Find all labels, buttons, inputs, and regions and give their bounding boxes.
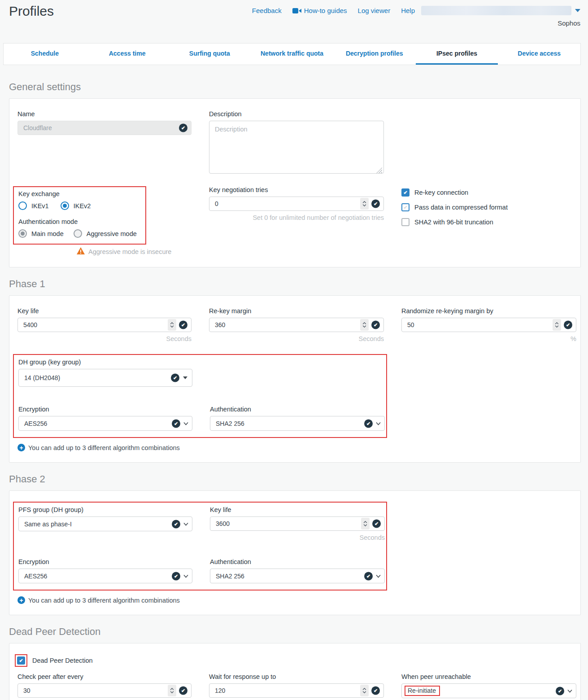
ikev1-label: IKEv1 (31, 202, 49, 210)
p1-dh-group-label: DH group (key group) (18, 359, 382, 366)
valid-check-icon: ✔ (364, 419, 373, 428)
valid-check-icon: ✔ (556, 687, 564, 695)
p1-rekey-margin-unit: Seconds (209, 335, 384, 342)
tab-device-access[interactable]: Device access (498, 44, 580, 65)
valid-check-icon: ✔ (372, 520, 381, 528)
valid-check-icon: ✔ (172, 572, 180, 580)
help-link[interactable]: Help (401, 7, 415, 14)
phase1-heading: Phase 1 (9, 278, 588, 290)
phase2-algorithms-annotation-box: PFS group (DH group) Same as phase-I ✔ K… (13, 502, 387, 591)
header-right: Feedback How-to guides Log viewer Help S… (252, 6, 580, 27)
ikev2-radio[interactable] (61, 201, 69, 210)
p1-dh-group-select[interactable]: 14 (DH2048) ✔ (18, 369, 192, 387)
chevron-down-icon (567, 689, 572, 693)
rekey-connection-checkbox[interactable]: ✔ (401, 188, 409, 197)
stepper-control[interactable] (361, 518, 370, 529)
stepper-control[interactable] (360, 685, 369, 696)
sha2-truncation-checkbox[interactable]: ✔ (401, 218, 409, 226)
dpd-heading: Dead Peer Detection (9, 626, 588, 638)
key-exchange-label: Key exchange (18, 190, 141, 197)
chevron-down-icon (376, 422, 381, 425)
stepper-control[interactable] (168, 685, 176, 696)
dpd-enable-label: Dead Peer Detection (32, 657, 93, 664)
reinitiate-annotation-box: Re-initiate (405, 686, 440, 696)
p2-authentication-label: Authentication (210, 558, 385, 565)
p2-key-life-input[interactable] (210, 516, 385, 531)
dpd-check-peer-input[interactable] (17, 683, 192, 698)
valid-check-icon: ✔ (364, 572, 373, 580)
p1-randomize-input[interactable] (401, 318, 576, 332)
p2-authentication-select[interactable]: SHA2 256 ✔ (210, 569, 385, 583)
tab-network-traffic-quota[interactable]: Network traffic quota (251, 44, 333, 65)
aggressive-mode-label: Aggressive mode (87, 230, 137, 237)
video-icon (292, 8, 301, 14)
key-negotiation-input[interactable] (209, 197, 384, 211)
feedback-link[interactable]: Feedback (252, 7, 282, 14)
valid-check-icon: ✔ (179, 321, 187, 329)
p2-encryption-select[interactable]: AES256 ✔ (18, 569, 192, 583)
general-settings-panel: Name ✔ Description Key exchange IKEv1 (9, 98, 581, 267)
dpd-wait-response-input[interactable] (209, 683, 384, 698)
key-negotiation-label: Key negotiation tries (209, 186, 384, 193)
stepper-control[interactable] (553, 319, 561, 331)
tab-decryption-profiles[interactable]: Decryption profiles (333, 44, 416, 65)
tab-surfing-quota[interactable]: Surfing quota (168, 44, 251, 65)
p1-authentication-select[interactable]: SHA2 256 ✔ (210, 416, 385, 431)
profiles-tabbar: Schedule Access time Surfing quota Netwo… (3, 43, 581, 65)
dpd-check-peer-label: Check peer after every (17, 673, 192, 680)
description-textarea[interactable] (209, 121, 384, 174)
p1-rekey-margin-input[interactable] (209, 318, 384, 332)
valid-check-icon: ✔ (171, 374, 179, 382)
phase1-panel: Key life ✔ Seconds Re-key margin ✔ (9, 295, 581, 463)
howto-guides-link[interactable]: How-to guides (292, 7, 347, 14)
valid-check-icon: ✔ (371, 687, 380, 695)
compressed-format-checkbox[interactable]: ✔ (401, 203, 409, 211)
aggressive-warning-text: Aggressive mode is insecure (88, 248, 171, 255)
p1-randomize-label: Randomize re-keying margin by (401, 307, 576, 315)
dpd-when-unreachable-select[interactable]: Re-initiate ✔ (401, 683, 576, 698)
phase2-panel: PFS group (DH group) Same as phase-I ✔ K… (9, 490, 581, 615)
main-mode-radio[interactable] (18, 229, 27, 238)
description-label: Description (209, 110, 384, 118)
chevron-down-icon (183, 574, 188, 578)
user-menu[interactable] (421, 6, 571, 15)
p1-encryption-select[interactable]: AES256 ✔ (18, 416, 192, 431)
dpd-enable-checkbox[interactable]: ✔ (17, 656, 25, 665)
phase2-heading: Phase 2 (9, 473, 588, 485)
name-input[interactable] (17, 121, 192, 135)
dpd-wait-response-label: Wait for response up to (209, 673, 384, 680)
tab-access-time[interactable]: Access time (86, 44, 169, 65)
p1-encryption-label: Encryption (18, 406, 192, 413)
p1-key-life-unit: Seconds (17, 335, 192, 342)
stepper-control[interactable] (360, 319, 369, 331)
ikev1-radio[interactable] (18, 201, 27, 210)
header-links: Feedback How-to guides Log viewer Help (252, 7, 415, 14)
add-combination-icon[interactable]: + (17, 444, 25, 451)
p2-pfs-group-label: PFS group (DH group) (18, 506, 192, 513)
warning-icon (77, 247, 85, 256)
tab-schedule[interactable]: Schedule (4, 44, 86, 65)
dpd-checkbox-annotation-box: ✔ (15, 654, 27, 667)
aggressive-mode-radio[interactable] (74, 229, 82, 238)
valid-check-icon: ✔ (564, 321, 572, 329)
p1-rekey-margin-label: Re-key margin (209, 307, 384, 315)
log-viewer-link[interactable]: Log viewer (358, 7, 391, 14)
user-menu-caret-icon[interactable] (575, 9, 580, 12)
page-header: Profiles Feedback How-to guides Log view… (0, 0, 588, 43)
dpd-when-unreachable-label: When peer unreachable (401, 673, 576, 680)
key-negotiation-help: Set 0 for unlimited number of negotiatio… (209, 214, 384, 221)
compressed-format-label: Pass data in compressed format (414, 204, 508, 211)
add-combination-icon[interactable]: + (17, 596, 25, 604)
dpd-panel: ✔ Dead Peer Detection Check peer after e… (9, 643, 581, 700)
chevron-down-icon (183, 522, 188, 526)
p2-pfs-group-select[interactable]: Same as phase-I ✔ (18, 516, 192, 531)
p1-key-life-label: Key life (17, 307, 192, 315)
name-label: Name (17, 110, 192, 118)
p2-key-life-label: Key life (210, 506, 385, 513)
stepper-control[interactable] (168, 319, 176, 331)
stepper-control[interactable] (360, 198, 369, 210)
valid-check-icon: ✔ (371, 321, 380, 329)
tab-ipsec-profiles[interactable]: IPsec profiles (416, 44, 498, 65)
p1-key-life-input[interactable] (17, 318, 192, 332)
rekey-connection-label: Re-key connection (414, 189, 468, 196)
